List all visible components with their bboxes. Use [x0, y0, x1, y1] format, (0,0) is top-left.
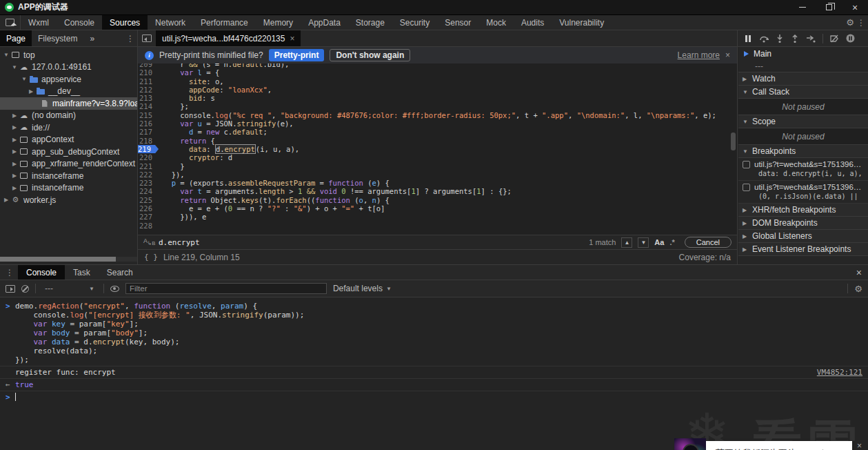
console-settings-gear-icon[interactable]: ⚙: [854, 284, 862, 294]
sidebar-tab-filesystem[interactable]: Filesystem: [32, 30, 83, 46]
tree-item[interactable]: ▼☁127.0.0.1:49161: [0, 61, 137, 74]
tab-sensor[interactable]: Sensor: [437, 15, 478, 30]
player-close-icon[interactable]: ×: [857, 441, 862, 450]
tab-mock[interactable]: Mock: [478, 15, 514, 30]
thread-item-main[interactable]: Main: [738, 47, 868, 61]
tree-collapse-icon[interactable]: ▶: [11, 112, 18, 119]
minimize-button[interactable]: [789, 0, 816, 14]
breakpoint-item[interactable]: util.js?t=wechat&s=17513960...data: d.en…: [738, 158, 868, 181]
line-number[interactable]: 226: [138, 204, 159, 213]
tree-collapse-icon[interactable]: ▶: [11, 173, 18, 179]
tab-appdata[interactable]: AppData: [301, 15, 348, 30]
section-header-watch[interactable]: ▶Watch: [738, 72, 868, 86]
hide-navigator-button[interactable]: [138, 30, 156, 46]
tree-collapse-icon[interactable]: ▶: [11, 148, 18, 155]
breakpoint-item[interactable]: util.js?t=wechat&s=17513960...(0, r.isJs…: [738, 181, 868, 204]
section-header-xhr-fetch-breakpoints[interactable]: ▶XHR/fetch Breakpoints: [738, 204, 868, 217]
drawer-menu-icon[interactable]: ⋮: [6, 268, 12, 277]
breakpoint-checkbox[interactable]: [743, 184, 750, 191]
line-number[interactable]: 213: [138, 94, 159, 102]
tab-storage[interactable]: Storage: [348, 15, 392, 30]
tree-collapse-icon[interactable]: ▶: [11, 185, 18, 191]
step-out-button[interactable]: [791, 35, 799, 43]
pretty-print-button[interactable]: Pretty-print: [269, 49, 325, 61]
console-prompt-row[interactable]: >: [0, 391, 868, 403]
line-number[interactable]: 228: [138, 222, 159, 230]
search-query-input[interactable]: d.encrypt: [159, 238, 583, 247]
drawer-tab-task[interactable]: Task: [65, 265, 99, 280]
line-number[interactable]: 224: [138, 187, 159, 195]
learn-more-link[interactable]: Learn more: [678, 50, 720, 60]
tree-item[interactable]: ▶__dev__: [0, 86, 137, 98]
section-header-dom-breakpoints[interactable]: ▶DOM Breakpoints: [738, 217, 868, 230]
section-header-breakpoints[interactable]: ▼Breakpoints: [738, 145, 868, 158]
step-over-button[interactable]: [759, 35, 769, 43]
deactivate-breakpoints-button[interactable]: [830, 35, 839, 43]
log-levels-dropdown[interactable]: Default levels ▼: [333, 284, 392, 293]
regex-toggle[interactable]: .*: [669, 238, 674, 246]
tree-item[interactable]: mainframe?v=3.8.9?load?loa: [0, 97, 137, 110]
tab-console[interactable]: Console: [57, 15, 102, 30]
sidebar-tab-»[interactable]: »: [83, 30, 101, 46]
line-number[interactable]: 221: [138, 162, 159, 170]
tree-expand-icon[interactable]: ▼: [3, 52, 10, 58]
search-previous-button[interactable]: ▲: [621, 237, 632, 248]
code-area[interactable]: 209 r && (s = n.default.bid),210 var l =…: [138, 63, 737, 235]
tab-security[interactable]: Security: [392, 15, 437, 30]
tree-item[interactable]: ▶app_sub_debugContext: [0, 146, 137, 158]
tab-network[interactable]: Network: [148, 15, 193, 30]
tab-audits[interactable]: Audits: [514, 15, 552, 30]
drawer-tab-search[interactable]: Search: [99, 265, 141, 280]
line-number[interactable]: 212: [138, 86, 159, 94]
like-heart-icon[interactable]: ♥: [803, 448, 809, 450]
settings-gear-icon[interactable]: ⚙: [846, 17, 854, 28]
line-number[interactable]: 218: [138, 137, 159, 145]
clear-console-icon[interactable]: [21, 285, 29, 293]
tree-expand-icon[interactable]: ▼: [21, 76, 28, 82]
tree-collapse-icon[interactable]: ▶: [3, 197, 10, 203]
tree-item[interactable]: ▶instanceframe: [0, 170, 137, 182]
line-number[interactable]: 209: [138, 63, 159, 68]
pretty-print-toggle-icon[interactable]: { }: [144, 253, 158, 262]
sidebar-horizontal-scrollbar[interactable]: [0, 257, 138, 262]
section-header-event-listener-breakpoints[interactable]: ▶Event Listener Breakpoints: [738, 243, 868, 256]
tree-item[interactable]: ▶app_xrframe_renderContext: [0, 158, 137, 170]
album-art[interactable]: [674, 438, 706, 450]
tree-item[interactable]: ▶⚙worker.js: [0, 194, 137, 206]
editor-vertical-scrollbar[interactable]: [730, 63, 736, 235]
tree-expand-icon[interactable]: ▼: [11, 64, 18, 70]
maximize-button[interactable]: [816, 0, 842, 14]
tab-vulnerability[interactable]: Vulnerability: [552, 15, 612, 30]
drawer-close-icon[interactable]: ×: [856, 267, 868, 278]
line-number[interactable]: 227: [138, 213, 159, 221]
section-header-call-stack[interactable]: ▼Call Stack: [738, 86, 868, 99]
search-next-button[interactable]: ▼: [638, 237, 649, 248]
tree-collapse-icon[interactable]: ▶: [28, 88, 34, 95]
tree-item[interactable]: ▶☁(no domain): [0, 110, 137, 122]
tree-collapse-icon[interactable]: ▶: [11, 161, 18, 167]
editor-tab[interactable]: util.js?t=wecha...bf4476cd220135 ×: [156, 30, 301, 46]
execution-context-selector[interactable]: --- ▼: [42, 284, 97, 293]
line-number[interactable]: 219: [138, 145, 159, 153]
tab-wxml[interactable]: Wxml: [21, 15, 57, 30]
console-filter-input[interactable]: [125, 283, 327, 294]
live-expression-eye-icon[interactable]: [110, 286, 119, 292]
section-header-scope[interactable]: ▼Scope: [738, 115, 868, 128]
tree-item[interactable]: ▼top: [0, 49, 137, 61]
line-number[interactable]: 210: [138, 68, 159, 77]
line-number[interactable]: 216: [138, 119, 159, 128]
breakpoint-checkbox[interactable]: [743, 161, 750, 168]
tab-performance[interactable]: Performance: [193, 15, 256, 30]
close-button[interactable]: ×: [842, 0, 868, 14]
line-number[interactable]: 225: [138, 196, 159, 204]
editor-tab-close-icon[interactable]: ×: [290, 34, 294, 43]
line-number[interactable]: 211: [138, 77, 159, 86]
step-button[interactable]: [806, 35, 816, 43]
find-replace-icon[interactable]: A↳B: [143, 238, 153, 246]
line-number[interactable]: 220: [138, 153, 159, 162]
tree-item[interactable]: ▶appContext: [0, 134, 137, 146]
line-number[interactable]: 222: [138, 170, 159, 179]
banner-close-icon[interactable]: ×: [725, 50, 730, 60]
sidebar-tab-page[interactable]: Page: [0, 30, 32, 46]
pause-script-button[interactable]: [744, 35, 752, 43]
